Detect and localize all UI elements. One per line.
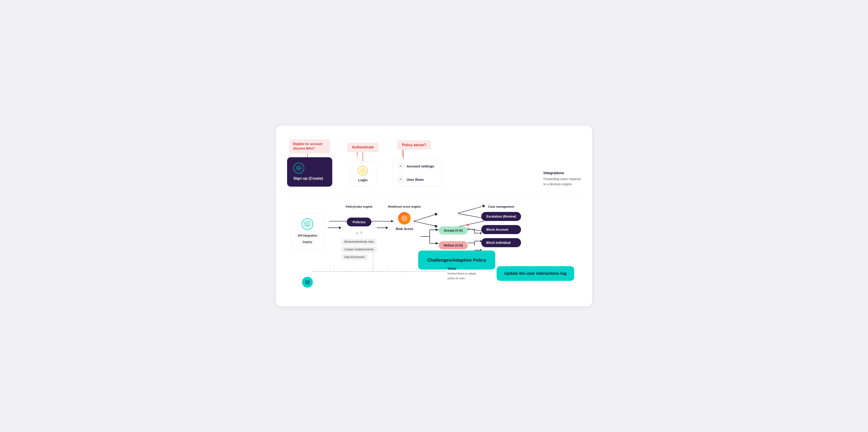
user-flows-label: User flows	[407, 177, 424, 181]
key-icon	[296, 165, 302, 171]
user-flows-option: User flows	[397, 176, 437, 183]
signup-icon	[293, 163, 304, 173]
up-arrow: ↑	[360, 230, 362, 235]
risk-engine-label: Risk/trust score engine	[388, 205, 421, 208]
svg-marker-45	[436, 229, 439, 231]
login-box: Login	[349, 161, 376, 187]
svg-marker-47	[436, 242, 439, 244]
login-arrow-icon	[360, 168, 365, 173]
account-settings-label: Account settings	[407, 164, 434, 168]
login-icon	[358, 166, 368, 176]
policy-abuse-badge: Policy abuse?	[397, 140, 431, 150]
update-log-label: Update the user interactions log	[504, 271, 566, 276]
tools-title: Tools	[447, 267, 476, 270]
tools-desc: Hosted flows to adaptpolicy to user	[447, 271, 476, 281]
diagram-container: Eligible for account Abusive MOs?	[276, 126, 592, 306]
signup-label: Sign up (Create)	[293, 176, 323, 181]
svg-point-38	[306, 280, 309, 282]
account-settings-option: Account settings	[397, 163, 437, 169]
refuse-pill: Refuse (#,%)	[439, 241, 468, 250]
settings-icon	[401, 215, 408, 222]
tools-section: Tools Hosted flows to adaptpolicy to use…	[447, 267, 476, 281]
account-settings-icon	[397, 163, 404, 169]
risk-score-label: Risk Score	[396, 227, 413, 231]
db-icon-wrap	[302, 277, 313, 288]
case-management-label: Case management	[481, 205, 521, 208]
policy-line-top	[403, 150, 404, 159]
svg-point-40	[404, 218, 405, 219]
auth-line	[363, 152, 363, 161]
risk-col: Risk/trust score engine Risk Score	[388, 205, 421, 231]
integrations-desc: Forwarding users requeststo a decision e…	[544, 176, 581, 187]
integrations-title: Integrations	[544, 171, 581, 175]
api-box: API Integration Inquiry	[291, 213, 324, 250]
arrowhead-2	[386, 226, 388, 229]
enrichment-tag: Data Enrichment	[341, 254, 368, 260]
policy-engine-col: Policy/rules engine Policies ↓ ↑ Behavio…	[341, 205, 377, 260]
fork-svg	[421, 225, 439, 248]
api-icon	[302, 218, 313, 230]
policy-engine-label: Policy/rules engine	[346, 205, 373, 208]
arrow-api-policies	[328, 226, 341, 229]
down-up-arrows: ↓ ↑	[356, 230, 362, 235]
login-label: Login	[358, 178, 368, 182]
svg-marker-55	[480, 240, 481, 242]
diagram: Eligible for account Abusive MOs?	[287, 135, 581, 288]
api-col: API Integration Inquiry	[287, 205, 328, 288]
svg-marker-53	[480, 232, 481, 234]
case-pills: Escalation (Review) Block Account Block …	[481, 212, 521, 247]
top-row: Eligible for account Abusive MOs?	[287, 135, 581, 187]
escalation-pill: Escalation (Review)	[481, 212, 521, 221]
arrow-policies-risk	[377, 226, 388, 229]
monitor-icon	[305, 221, 310, 227]
api-tags: API Integration Inquiry	[295, 233, 320, 244]
policy-abuse-group: Policy abuse? Account settings	[393, 140, 442, 187]
arrow-line-2	[377, 228, 386, 228]
svg-point-36	[400, 178, 401, 179]
risk-icon	[398, 212, 411, 225]
case-management-col: Case management Escalation (Review) Bloc…	[481, 205, 521, 247]
authenticate-group: Authenticate Login	[347, 142, 379, 187]
inquiry-tag: Inquiry	[301, 239, 314, 244]
integrations-box: Integrations Forwarding users requeststo…	[530, 171, 581, 187]
signup-group: Eligible for account Abusive MOs?	[287, 139, 335, 187]
policies-pill: Policies	[347, 218, 371, 226]
outcomes-col: Accept (#,%) Refuse (#,%)	[439, 226, 468, 250]
db-icon	[302, 277, 313, 288]
behavioral-tag: Behavioral/velocity rules	[341, 239, 377, 245]
update-log-section: Update the user interactions log	[497, 266, 574, 281]
block-account-pill: Block Account	[481, 225, 521, 234]
eligible-badge-text: Eligible for account Abusive MOs?	[289, 139, 330, 154]
arrowhead-1	[339, 226, 341, 229]
custom-tag: Custom models/controls	[341, 246, 377, 253]
down-arrow: ↓	[356, 230, 358, 235]
user-flows-icon	[397, 176, 404, 183]
accept-pill: Accept (#,%)	[439, 226, 468, 235]
svg-point-35	[400, 165, 401, 166]
database-icon	[305, 279, 310, 285]
svg-point-30	[298, 167, 299, 169]
authenticate-badge: Authenticate	[347, 142, 379, 152]
arrow-line-1	[328, 228, 339, 228]
block-individual-pill: Block Individual	[481, 238, 521, 247]
challenges-label: Challenges/Adaptive Policy	[427, 257, 486, 263]
eligible-badge: Eligible for account Abusive MOs?	[289, 139, 330, 154]
signup-box: Sign up (Create)	[287, 157, 332, 187]
policy-options-box: Account settings User flows	[393, 159, 442, 187]
behavior-tags: Behavioral/velocity rules Custom models/…	[341, 239, 377, 260]
update-log-box: Update the user interactions log	[497, 266, 574, 281]
api-integration-tag: API Integration	[296, 233, 319, 238]
fork-lines	[421, 225, 439, 248]
